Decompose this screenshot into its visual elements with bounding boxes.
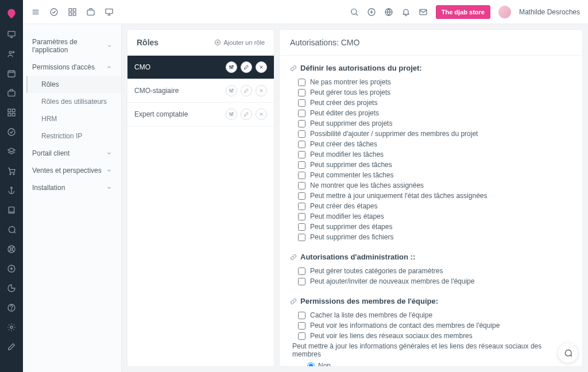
permission-item[interactable]: Peut voir les informations de contact de… — [290, 320, 572, 331]
chat-fab[interactable] — [558, 343, 578, 363]
book-icon[interactable] — [7, 206, 16, 215]
role-row[interactable]: Expert comptable — [127, 103, 274, 126]
permission-label: Peut gérer tous les projets — [310, 88, 390, 96]
sidebar-item-app-settings[interactable]: Paramètres de l'application — [23, 33, 121, 59]
monitor-icon[interactable] — [7, 30, 16, 39]
permission-item[interactable]: Peut mettre à jour uniquement l'état des… — [290, 191, 572, 201]
cart-icon[interactable] — [7, 166, 16, 176]
permission-item[interactable]: Peut supprimer des fichiers — [290, 232, 572, 242]
help-icon[interactable] — [7, 303, 16, 312]
sidebar-sub-user-roles[interactable]: Rôles des utilisateurs — [26, 93, 121, 110]
sidebar-item-access-permissions[interactable]: Permissions d'accès — [23, 59, 121, 76]
permission-item[interactable]: Peut commenter les tâches — [290, 170, 572, 180]
permission-item[interactable]: Peut modifier les étapes — [290, 211, 572, 222]
svg-rect-42 — [87, 10, 94, 15]
permission-item[interactable]: Peut créer des étapes — [290, 201, 572, 211]
plus-circle-icon[interactable] — [7, 264, 16, 273]
svg-point-62 — [233, 65, 234, 67]
permission-label: Peut supprimer des projets — [310, 119, 392, 127]
svg-rect-9 — [8, 91, 15, 96]
app-logo[interactable] — [6, 8, 17, 20]
sidebar-item-label: Permissions d'accès — [32, 63, 95, 71]
permission-item[interactable]: Peut ajouter/inviter de nouveaux membres… — [290, 276, 572, 286]
svg-rect-0 — [8, 32, 15, 36]
permission-item[interactable]: Peut voir les liens des réseaux sociaux … — [290, 331, 572, 341]
svg-point-23 — [10, 248, 13, 250]
permission-item[interactable]: Peut éditer des projets — [290, 108, 572, 118]
svg-line-47 — [355, 13, 357, 15]
users-icon[interactable] — [7, 49, 16, 59]
pie-chart-icon[interactable] — [7, 284, 16, 293]
close-icon[interactable] — [256, 85, 267, 96]
permission-item[interactable]: Peut modifier les tâches — [290, 149, 572, 160]
edit-icon[interactable] — [241, 61, 252, 73]
edit-icon[interactable] — [241, 85, 252, 96]
life-buoy-icon[interactable] — [7, 245, 16, 254]
permission-item[interactable]: Cacher la liste des membres de l'équipe — [290, 310, 572, 320]
permission-label: Peut commenter les tâches — [310, 171, 393, 179]
settings-icon[interactable] — [7, 323, 16, 332]
sidebar-sub-ip-restriction[interactable]: Restriction IP — [26, 127, 121, 145]
permission-item[interactable]: Peut gérer tous les projets — [290, 87, 572, 98]
sidebar-item-installation[interactable]: Installation — [23, 179, 121, 196]
permission-item[interactable]: Ne pas montrer les projets — [290, 77, 572, 87]
message-icon[interactable] — [7, 225, 16, 234]
svg-point-4 — [13, 51, 14, 53]
desktop-top-icon[interactable] — [105, 7, 114, 17]
radio-no[interactable]: Non — [307, 361, 572, 366]
permission-item[interactable]: Peut supprimer des projets — [290, 118, 572, 129]
layers-icon[interactable] — [7, 147, 16, 156]
chevron-up-icon — [106, 64, 112, 70]
bell-icon[interactable] — [401, 7, 411, 17]
roles-panel: Rôles Ajouter un rôle CMOCMO-stagiaireEx… — [127, 30, 274, 366]
permission-item[interactable]: Peut créer des tâches — [290, 139, 572, 149]
calendar-icon[interactable] — [7, 69, 16, 78]
search-icon[interactable] — [350, 7, 359, 17]
sliders-icon[interactable] — [226, 61, 237, 73]
close-icon[interactable] — [256, 61, 267, 73]
role-row[interactable]: CMO — [127, 56, 274, 79]
close-icon[interactable] — [256, 108, 267, 120]
svg-point-33 — [10, 326, 13, 328]
briefcase-icon[interactable] — [7, 88, 16, 98]
permission-item[interactable]: Peut supprimer des tâches — [290, 160, 572, 170]
link-icon — [290, 298, 297, 305]
globe-icon[interactable] — [384, 7, 393, 17]
permission-label: Cacher la liste des membres de l'équipe — [310, 311, 432, 319]
permission-item[interactable]: Peut gérer toutes catégories de paramètr… — [290, 266, 572, 276]
username-label[interactable]: Mathilde Desroches — [519, 8, 580, 16]
permission-item[interactable]: Peut créer des projets — [290, 98, 572, 108]
edit-icon[interactable] — [7, 342, 16, 351]
check-circle-top-icon[interactable] — [49, 7, 59, 17]
svg-point-68 — [230, 90, 231, 91]
plus-circle-top-icon[interactable] — [367, 7, 376, 17]
sidebar-item-label: Ventes et perspectives — [32, 166, 102, 175]
svg-point-69 — [231, 91, 232, 92]
plus-circle-icon — [214, 39, 221, 46]
check-circle-icon[interactable] — [7, 127, 16, 137]
store-button[interactable]: The djab store — [436, 5, 490, 19]
permission-item[interactable]: Ne montrer que les tâches assignées — [290, 180, 572, 191]
edit-icon[interactable] — [241, 108, 252, 120]
sidebar-sub-hrm[interactable]: HRM — [26, 110, 121, 127]
anchor-icon[interactable] — [7, 186, 16, 195]
grid-icon[interactable] — [7, 108, 16, 117]
sidebar-sub-roles[interactable]: Rôles — [26, 76, 121, 93]
roles-title: Rôles — [137, 38, 158, 47]
permission-item[interactable]: Peut supprimer des étapes — [290, 222, 572, 232]
mail-icon[interactable] — [419, 7, 428, 17]
permission-item[interactable]: Possibilité d'ajouter / supprimer des me… — [290, 129, 572, 139]
sliders-icon[interactable] — [226, 85, 237, 96]
grid-top-icon[interactable] — [68, 7, 77, 17]
topbar: The djab store Mathilde Desroches — [23, 0, 588, 24]
svg-point-18 — [11, 187, 13, 189]
sidebar-item-client-portal[interactable]: Portail client — [23, 145, 121, 162]
menu-icon[interactable] — [31, 7, 40, 17]
avatar[interactable] — [498, 6, 511, 18]
role-row[interactable]: CMO-stagiaire — [127, 79, 274, 103]
sliders-icon[interactable] — [226, 108, 237, 120]
briefcase-top-icon[interactable] — [86, 7, 95, 17]
add-role-button[interactable]: Ajouter un rôle — [214, 39, 265, 46]
chevron-down-icon — [106, 168, 112, 173]
sidebar-item-sales[interactable]: Ventes et perspectives — [23, 162, 121, 179]
